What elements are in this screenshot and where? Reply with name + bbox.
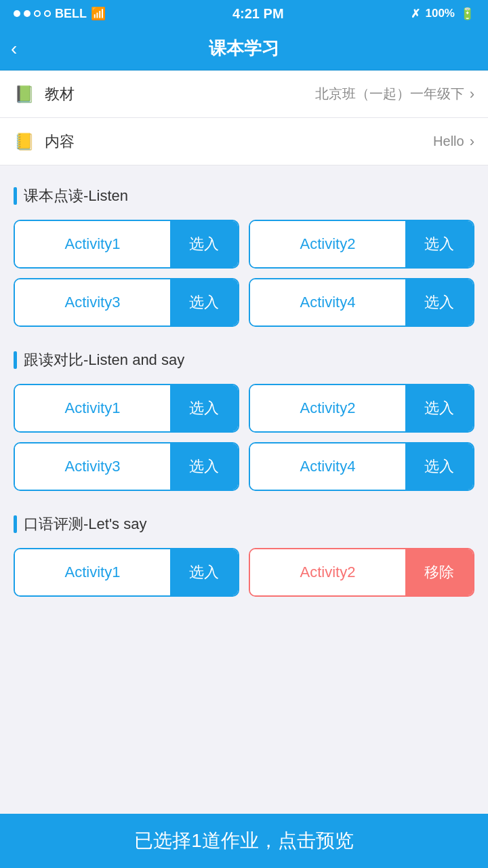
section2-activity1-action[interactable]: 选入 [170,385,238,431]
section1-activity3-action[interactable]: 选入 [170,279,238,326]
section-3-grid: Activity1 选入 Activity2 移除 [0,541,488,610]
content-label: 内容 [45,132,75,152]
status-bar: BELL 📶 4:21 PM ✗ 100% 🔋 [0,0,488,27]
bottom-preview-bar[interactable]: 已选择1道作业，点击预览 [0,814,488,868]
dot4 [44,10,51,17]
signal-dots [14,10,51,17]
section-3-bar [14,515,17,533]
section1-activity3-btn[interactable]: Activity3 选入 [14,278,239,327]
section-1-header: 课本点读-Listen [0,176,488,213]
section1-activity2-btn[interactable]: Activity2 选入 [249,220,474,269]
section2-activity1-btn[interactable]: Activity1 选入 [14,384,239,433]
textbook-row[interactable]: 📗 教材 北京班（一起）一年级下 › [0,71,488,118]
section1-activity3-label: Activity3 [15,279,170,326]
dot3 [34,10,41,17]
section-1-title: 课本点读-Listen [24,186,128,206]
section1-activity2-label: Activity2 [250,221,405,267]
section1-activity4-btn[interactable]: Activity4 选入 [249,278,474,327]
nav-bar: ‹ 课本学习 [0,27,488,71]
section3-activity2-btn[interactable]: Activity2 移除 [249,548,474,597]
section3-activity2-action[interactable]: 移除 [405,549,473,595]
section3-activity1-action[interactable]: 选入 [170,549,238,595]
section1-activity4-label: Activity4 [250,279,405,326]
section-2-title: 跟读对比-Listen and say [24,350,184,370]
content-left: 📒 内容 [14,131,75,153]
section-1-bar [14,187,17,205]
content-icon: 📒 [14,131,35,153]
dot2 [24,10,30,17]
section2-activity2-label: Activity2 [250,385,405,431]
section2-activity3-btn[interactable]: Activity3 选入 [14,442,239,491]
content-chevron: › [470,133,474,151]
section2-activity4-action[interactable]: 选入 [405,443,473,490]
dot1 [14,10,20,17]
section-1-grid: Activity1 选入 Activity2 选入 Activity3 选入 A… [0,213,488,340]
wifi-icon: 📶 [91,6,106,21]
section-2-bar [14,351,17,369]
back-icon: ‹ [11,38,17,60]
bottom-bar-label: 已选择1道作业，点击预览 [134,828,354,854]
section2-activity4-label: Activity4 [250,443,405,490]
textbook-chevron: › [470,85,474,103]
section2-activity4-btn[interactable]: Activity4 选入 [249,442,474,491]
textbook-value: 北京班（一起）一年级下 [315,85,464,103]
section1-activity1-action[interactable]: 选入 [170,221,238,267]
section2-activity2-btn[interactable]: Activity2 选入 [249,384,474,433]
carrier-label: BELL [55,7,87,21]
section1-activity1-label: Activity1 [15,221,170,267]
nav-title: 课本学习 [209,37,279,60]
section3-activity2-label: Activity2 [250,549,405,595]
section-2-header: 跟读对比-Listen and say [0,340,488,377]
battery-icon: 🔋 [460,7,474,21]
content-value: Hello [433,134,464,149]
section3-activity1-btn[interactable]: Activity1 选入 [14,548,239,597]
status-left: BELL 📶 [14,6,106,21]
back-button[interactable]: ‹ [11,38,17,60]
section2-activity3-action[interactable]: 选入 [170,443,238,490]
section2-activity3-label: Activity3 [15,443,170,490]
content-value-area: Hello › [433,133,474,151]
textbook-value-area: 北京班（一起）一年级下 › [315,85,474,103]
textbook-left: 📗 教材 [14,83,75,105]
section1-activity4-action[interactable]: 选入 [405,279,473,326]
section-3-header: 口语评测-Let's say [0,505,488,541]
content-row[interactable]: 📒 内容 Hello › [0,118,488,165]
content-area: 📗 教材 北京班（一起）一年级下 › 📒 内容 Hello › 课本点读-Lis… [0,71,488,678]
battery-label: 100% [426,7,455,20]
status-right: ✗ 100% 🔋 [411,7,474,21]
textbook-label: 教材 [45,84,75,104]
section-3-title: 口语评测-Let's say [24,514,146,534]
section3-activity1-label: Activity1 [15,549,170,595]
section2-activity1-label: Activity1 [15,385,170,431]
bluetooth-icon: ✗ [411,7,420,21]
time-label: 4:21 PM [232,6,284,22]
bottom-spacer [0,610,488,678]
section-2-grid: Activity1 选入 Activity2 选入 Activity3 选入 A… [0,377,488,505]
section2-activity2-action[interactable]: 选入 [405,385,473,431]
section1-activity2-action[interactable]: 选入 [405,221,473,267]
gap1 [0,165,488,176]
section1-activity1-btn[interactable]: Activity1 选入 [14,220,239,269]
textbook-icon: 📗 [14,83,35,105]
